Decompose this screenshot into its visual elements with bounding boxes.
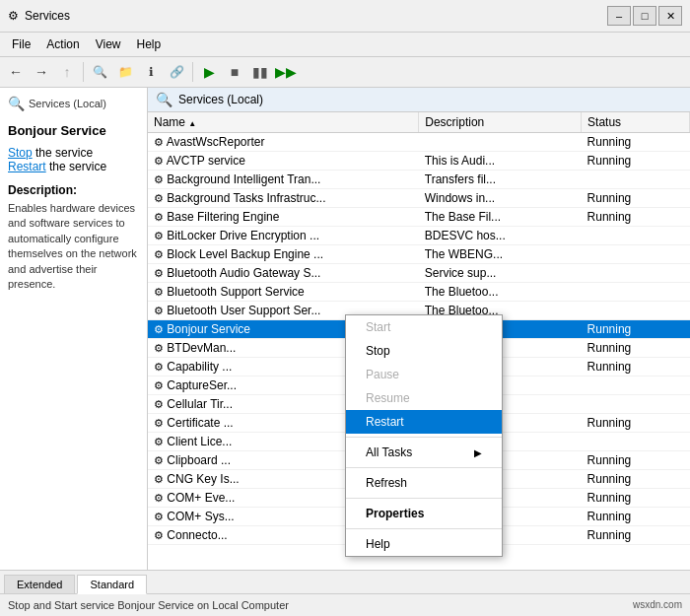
tab-extended[interactable]: Extended bbox=[4, 575, 75, 593]
service-icon: ⚙ bbox=[154, 155, 164, 167]
ctx-item-label: All Tasks bbox=[366, 445, 412, 459]
status-text: Stop and Start service Bonjour Service o… bbox=[8, 599, 289, 611]
service-status-cell: Running bbox=[582, 470, 690, 489]
context-menu-item-all-tasks[interactable]: All Tasks▶ bbox=[346, 441, 502, 464]
context-menu-item-restart[interactable]: Restart bbox=[346, 410, 502, 434]
sidebar: 🔍 Services (Local) Bonjour Service Stop … bbox=[0, 88, 148, 570]
pause-button[interactable]: ▮▮ bbox=[248, 60, 272, 84]
service-name-cell: ⚙ Base Filtering Engine bbox=[148, 208, 419, 227]
service-icon: ⚙ bbox=[154, 473, 164, 485]
close-button[interactable]: ✕ bbox=[658, 6, 682, 26]
service-status-cell: Running bbox=[582, 451, 690, 470]
table-row[interactable]: ⚙ AvastWscReporterRunning bbox=[148, 133, 690, 152]
service-status-cell: Running bbox=[582, 358, 690, 376]
table-row[interactable]: ⚙ Bluetooth Audio Gateway S...Service su… bbox=[148, 264, 690, 283]
toolbar: ← → ↑ 🔍 📁 ℹ 🔗 ▶ ■ ▮▮ ▶▶ bbox=[0, 57, 690, 88]
table-row[interactable]: ⚙ AVCTP serviceThis is Audi...Running bbox=[148, 152, 690, 171]
resume-button[interactable]: ▶▶ bbox=[274, 60, 298, 84]
ctx-item-label: Refresh bbox=[366, 476, 407, 490]
service-icon: ⚙ bbox=[154, 323, 164, 335]
search-button[interactable]: 🔍 bbox=[88, 60, 111, 84]
service-icon: ⚙ bbox=[154, 267, 164, 279]
service-status-cell bbox=[582, 302, 690, 320]
sidebar-header-label: Services (Local) bbox=[29, 98, 106, 109]
content-header: 🔍 Services (Local) bbox=[148, 88, 690, 112]
menu-file[interactable]: File bbox=[4, 34, 38, 54]
service-status-cell: Running bbox=[582, 489, 690, 508]
service-icon: ⚙ bbox=[154, 529, 164, 541]
title-controls: – □ ✕ bbox=[607, 6, 682, 26]
col-name[interactable]: Name ▲ bbox=[148, 112, 419, 133]
ctx-item-label: Start bbox=[366, 320, 390, 334]
restart-service-link[interactable]: Restart bbox=[8, 160, 46, 173]
stop-button[interactable]: ■ bbox=[223, 60, 246, 84]
play-button[interactable]: ▶ bbox=[197, 60, 221, 84]
service-status-cell: Running bbox=[582, 133, 690, 152]
restart-service-text: the service bbox=[49, 160, 106, 173]
up-button: ↑ bbox=[55, 60, 79, 84]
menu-view[interactable]: View bbox=[88, 34, 129, 54]
service-icon: ⚙ bbox=[154, 454, 164, 466]
service-name-cell: ⚙ Block Level Backup Engine ... bbox=[148, 245, 419, 264]
service-status-cell: Running bbox=[582, 152, 690, 171]
service-desc-cell: The Bluetoo... bbox=[419, 283, 582, 302]
table-row[interactable]: ⚙ Background Tasks Infrastruc...Windows … bbox=[148, 189, 690, 208]
forward-button[interactable]: → bbox=[30, 60, 53, 84]
service-name-cell: ⚙ AvastWscReporter bbox=[148, 133, 419, 152]
stop-service-text: the service bbox=[35, 146, 93, 160]
service-icon: ⚙ bbox=[154, 286, 164, 298]
ctx-item-label: Pause bbox=[366, 368, 399, 381]
service-icon: ⚙ bbox=[154, 248, 164, 260]
minimize-button[interactable]: – bbox=[607, 6, 631, 26]
service-icon: ⚙ bbox=[154, 361, 164, 373]
tab-standard[interactable]: Standard bbox=[77, 575, 147, 594]
sidebar-stop-action: Stop the service bbox=[8, 146, 139, 160]
ctx-item-label: Help bbox=[366, 537, 390, 551]
service-name-cell: ⚙ Background Tasks Infrastruc... bbox=[148, 189, 419, 208]
info-button[interactable]: ℹ bbox=[139, 60, 163, 84]
context-menu-item-properties[interactable]: Properties bbox=[346, 502, 502, 525]
service-desc-cell: Windows in... bbox=[419, 189, 582, 208]
service-name-cell: ⚙ Background Intelligent Tran... bbox=[148, 171, 419, 189]
context-menu-item-help[interactable]: Help bbox=[346, 532, 502, 556]
col-status[interactable]: Status bbox=[582, 112, 690, 133]
service-icon: ⚙ bbox=[154, 211, 164, 223]
menu-help[interactable]: Help bbox=[129, 34, 170, 54]
ctx-item-label: Properties bbox=[366, 507, 424, 520]
service-status-cell: Running bbox=[582, 208, 690, 227]
context-menu-separator bbox=[346, 437, 502, 438]
context-menu-item-refresh[interactable]: Refresh bbox=[346, 471, 502, 495]
context-menu-item-stop[interactable]: Stop bbox=[346, 339, 502, 363]
service-status-cell bbox=[582, 433, 690, 451]
service-desc-cell: Service sup... bbox=[419, 264, 582, 283]
service-icon: ⚙ bbox=[154, 398, 164, 410]
col-description[interactable]: Description bbox=[419, 112, 582, 133]
stop-service-link[interactable]: Stop bbox=[8, 146, 33, 160]
table-row[interactable]: ⚙ Background Intelligent Tran...Transfer… bbox=[148, 171, 690, 189]
status-brand: wsxdn.com bbox=[633, 599, 682, 610]
menu-action[interactable]: Action bbox=[38, 34, 87, 54]
content-header-icon: 🔍 bbox=[156, 92, 172, 107]
link-button[interactable]: 🔗 bbox=[165, 60, 188, 84]
service-icon: ⚙ bbox=[154, 192, 164, 204]
table-row[interactable]: ⚙ BitLocker Drive Encryption ...BDESVC h… bbox=[148, 227, 690, 245]
folder-button[interactable]: 📁 bbox=[113, 60, 137, 84]
table-row[interactable]: ⚙ Block Level Backup Engine ...The WBENG… bbox=[148, 245, 690, 264]
service-name-cell: ⚙ BitLocker Drive Encryption ... bbox=[148, 227, 419, 245]
service-desc-cell: The WBENG... bbox=[419, 245, 582, 264]
table-row[interactable]: ⚙ Bluetooth Support ServiceThe Bluetoo..… bbox=[148, 283, 690, 302]
service-icon: ⚙ bbox=[154, 230, 164, 241]
toolbar-sep-1 bbox=[83, 62, 84, 82]
back-button[interactable]: ← bbox=[4, 60, 28, 84]
sidebar-service-title: Bonjour Service bbox=[8, 123, 139, 138]
service-status-cell bbox=[582, 264, 690, 283]
service-desc-cell: The Base Fil... bbox=[419, 208, 582, 227]
table-row[interactable]: ⚙ Base Filtering EngineThe Base Fil...Ru… bbox=[148, 208, 690, 227]
title-bar: ⚙ Services – □ ✕ bbox=[0, 0, 690, 33]
title-bar-icon: ⚙ bbox=[8, 9, 19, 23]
sidebar-desc-text: Enables hardware devices and software se… bbox=[8, 201, 139, 292]
service-status-cell: Running bbox=[582, 339, 690, 358]
tabs-bar: Extended Standard bbox=[0, 570, 690, 593]
service-icon: ⚙ bbox=[154, 305, 164, 316]
maximize-button[interactable]: □ bbox=[633, 6, 656, 26]
